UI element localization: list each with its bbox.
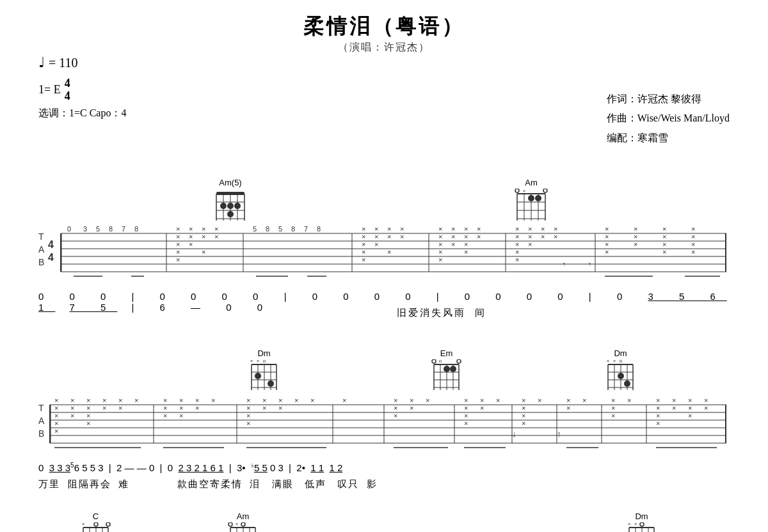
svg-text:o: o: [620, 359, 623, 364]
svg-text:×: ×: [704, 396, 708, 404]
svg-text:×: ×: [246, 419, 250, 427]
svg-text:A: A: [38, 416, 45, 426]
svg-point-10: [220, 203, 227, 209]
svg-text:×: ×: [522, 404, 525, 412]
svg-text:×: ×: [189, 233, 193, 240]
svg-text:×: ×: [662, 225, 666, 233]
subtitle: （演唱：许冠杰）: [38, 41, 730, 54]
svg-text:×: ×: [605, 233, 609, 240]
svg-text:×: ×: [605, 240, 609, 248]
svg-text:×: ×: [438, 248, 442, 256]
svg-text:×: ×: [627, 396, 631, 404]
svg-text:×: ×: [611, 396, 615, 404]
svg-text:×: ×: [656, 404, 660, 412]
svg-text:×: ×: [438, 240, 442, 248]
svg-text:5: 5: [278, 225, 282, 233]
svg-text:×: ×: [400, 233, 404, 240]
svg-point-162: [450, 366, 456, 372]
chord-em-diagram: o: [429, 359, 464, 393]
chord-c-diagram: ×: [78, 522, 113, 532]
chord-am3: Am ×: [225, 512, 260, 532]
svg-text:×: ×: [582, 396, 586, 404]
svg-text:×: ×: [294, 396, 298, 404]
key-info: 1= E 4 4: [38, 77, 126, 103]
svg-point-175: [618, 373, 624, 379]
svg-text:3: 3: [83, 225, 87, 233]
svg-text:×: ×: [262, 404, 266, 412]
svg-text:o: o: [263, 359, 266, 364]
staff1-svg: T A B 4 4 0 3 5 8 7 8 × × × × 5: [38, 224, 730, 288]
tempo-value: = 110: [49, 56, 78, 70]
svg-text:×: ×: [70, 396, 74, 404]
svg-text:B: B: [38, 428, 44, 439]
svg-text:×: ×: [387, 233, 391, 240]
svg-text:×: ×: [704, 404, 708, 412]
svg-text:×: ×: [342, 396, 346, 404]
svg-text:×: ×: [54, 427, 58, 435]
svg-text:×: ×: [189, 225, 193, 233]
svg-text:T: T: [38, 231, 44, 242]
chord-am: Am ×: [512, 178, 550, 226]
svg-text:×: ×: [362, 233, 365, 240]
notation-text1: 0 0 0 | 0 0 0 0 | 0 0 0 0 | 0 0 0 0 | 0 …: [38, 291, 730, 313]
svg-text:7: 7: [304, 225, 308, 233]
svg-text:×: ×: [86, 419, 90, 427]
svg-text:×: ×: [628, 522, 631, 527]
svg-text:×: ×: [464, 240, 468, 248]
svg-text:×: ×: [176, 233, 180, 240]
svg-text:4: 4: [48, 239, 54, 250]
svg-text:×: ×: [477, 233, 481, 240]
svg-text:×: ×: [410, 404, 413, 412]
chord-am5: Am(5): [211, 178, 250, 226]
svg-text:×: ×: [86, 396, 90, 404]
svg-text:×: ×: [394, 396, 397, 404]
svg-text:×: ×: [611, 412, 615, 419]
svg-text:×: ×: [118, 404, 122, 412]
svg-text:×: ×: [464, 412, 468, 419]
chord-dm2-label: Dm: [603, 348, 638, 358]
lyrics-row1: 旧爱消失风雨 间: [397, 307, 486, 319]
svg-text:×: ×: [214, 233, 218, 240]
svg-text:×: ×: [438, 256, 442, 263]
chord-am3-label: Am: [225, 512, 260, 521]
svg-text:×: ×: [538, 396, 541, 404]
svg-text:×: ×: [451, 240, 455, 248]
svg-text:×: ×: [202, 233, 205, 240]
svg-text:×: ×: [691, 240, 695, 248]
svg-text:×: ×: [496, 396, 500, 404]
svg-text:×: ×: [102, 396, 106, 404]
svg-text:A: A: [38, 244, 45, 254]
svg-text:×: ×: [246, 396, 250, 404]
chord-am5-diagram: [211, 189, 250, 224]
svg-text:×: ×: [662, 240, 666, 248]
chord-em-label: Em: [429, 348, 464, 358]
svg-point-176: [624, 380, 630, 387]
svg-text:×: ×: [688, 412, 692, 419]
svg-text:8: 8: [317, 225, 321, 233]
time-signature: 4 4: [65, 77, 70, 103]
svg-text:×: ×: [451, 225, 455, 233]
notation-row2: 0 3 3 356 5 5 3 | 2 — — 0 | 0 2 3 2 1 6 …: [38, 462, 730, 473]
svg-text:×: ×: [134, 396, 138, 404]
svg-text:×: ×: [607, 359, 610, 364]
svg-text:×: ×: [662, 248, 666, 256]
svg-text:×: ×: [464, 225, 468, 233]
svg-text:×: ×: [102, 404, 106, 412]
svg-text:×: ×: [211, 396, 215, 404]
svg-text:×: ×: [394, 404, 397, 412]
svg-text:×: ×: [464, 396, 468, 404]
chord-am-diagram: ×: [512, 189, 550, 224]
svg-text:×: ×: [278, 396, 282, 404]
svg-text:×: ×: [464, 248, 468, 256]
svg-text:×: ×: [394, 412, 397, 419]
svg-text:T: T: [38, 403, 44, 413]
svg-text:×: ×: [438, 233, 442, 240]
svg-text:×: ×: [438, 225, 442, 233]
capo-info: 选调：1=C Capo：4: [38, 107, 126, 120]
svg-text:×: ×: [522, 396, 525, 404]
svg-text:8: 8: [109, 225, 113, 233]
svg-text:×: ×: [656, 396, 660, 404]
arranger: 编配：寒霜雪: [607, 129, 730, 148]
svg-text:×: ×: [566, 404, 570, 412]
svg-point-161: [444, 366, 450, 372]
